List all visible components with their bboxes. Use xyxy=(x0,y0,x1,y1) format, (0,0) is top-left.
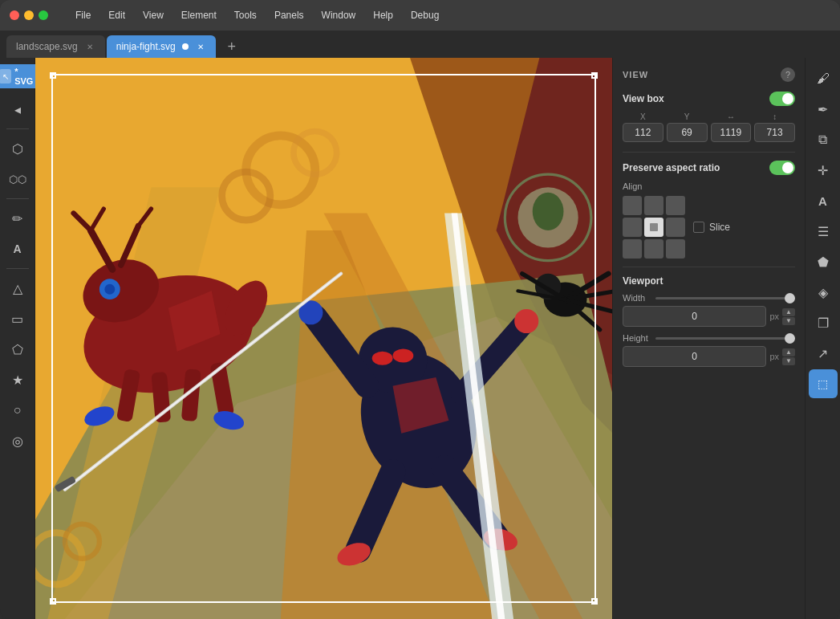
maximize-button[interactable] xyxy=(39,10,48,20)
tool-target[interactable]: ◎ xyxy=(3,426,32,455)
coord-x: X xyxy=(623,112,663,142)
tool-copy[interactable]: ❐ xyxy=(809,308,838,337)
tool-node[interactable]: ◂ xyxy=(3,95,32,124)
main-content: ↖ * SVG ◂ ⬡ ⬡⬡ ✏ A △ ▭ ⬠ ★ ○ ◎ xyxy=(0,58,840,619)
tool-export[interactable]: ↗ xyxy=(809,339,838,368)
tool-fontsize[interactable]: A xyxy=(809,186,838,215)
align-tc[interactable] xyxy=(644,196,663,215)
viewbox-y-input[interactable] xyxy=(667,123,708,142)
svg-badge: * SVG xyxy=(14,67,35,86)
traffic-lights xyxy=(10,10,48,20)
height-spin-down[interactable]: ▼ xyxy=(782,357,795,365)
slice-checkbox[interactable] xyxy=(693,222,704,233)
width-spin-up[interactable]: ▲ xyxy=(782,308,795,316)
divider xyxy=(623,152,795,153)
viewbox-grid: X Y ↔ ↕ xyxy=(623,112,795,142)
tool-select2[interactable]: ⬚ xyxy=(809,369,838,398)
viewbox-toggle[interactable] xyxy=(769,92,795,106)
menu-window[interactable]: Window xyxy=(314,7,364,23)
svg-point-50 xyxy=(533,193,564,230)
align-mr[interactable] xyxy=(666,218,685,237)
align-tr[interactable] xyxy=(666,196,685,215)
tool-move4[interactable]: ✛ xyxy=(809,156,838,185)
right-toolbar: 🖌 ✒ ⧉ ✛ A ☰ ⬟ ◈ ❐ ↗ ⬚ xyxy=(805,58,840,619)
viewbox-label: View box xyxy=(623,92,795,106)
tab-label: ninja-fight.svg xyxy=(116,41,176,52)
width-slider-thumb[interactable] xyxy=(785,293,795,303)
tool-circle[interactable]: ○ xyxy=(3,396,32,425)
panel-header: VIEW ? xyxy=(623,67,795,82)
divider2 xyxy=(623,267,795,267)
tool-text[interactable]: A xyxy=(3,234,32,263)
tab-bar: landscape.svg ✕ ninja-fight.svg ✕ + xyxy=(0,31,840,58)
tool-person[interactable]: ⬡ xyxy=(3,134,32,163)
height-spin-up[interactable]: ▲ xyxy=(782,348,795,356)
height-spinners: ▲ ▼ xyxy=(782,348,795,365)
height-slider-row: Height xyxy=(623,333,795,343)
align-ml[interactable] xyxy=(623,218,642,237)
menu-help[interactable]: Help xyxy=(365,7,401,23)
minimize-button[interactable] xyxy=(24,10,34,20)
separator xyxy=(6,198,29,199)
menu-edit[interactable]: Edit xyxy=(100,7,133,23)
app-window: File Edit View Element Tools Panels Wind… xyxy=(0,0,840,619)
preserve-aspect-toggle[interactable] xyxy=(769,161,795,175)
menu-debug[interactable]: Debug xyxy=(403,7,447,23)
svg-point-23 xyxy=(104,284,115,295)
height-slider[interactable] xyxy=(655,337,795,340)
tool-pentagon[interactable]: ⬠ xyxy=(3,335,32,364)
width-slider[interactable] xyxy=(655,297,795,299)
select-tool-group[interactable]: ↖ * SVG xyxy=(0,64,40,88)
tool-triangle[interactable]: △ xyxy=(3,274,32,303)
help-button[interactable]: ? xyxy=(781,67,795,82)
menu-element[interactable]: Element xyxy=(173,7,225,23)
menu-panels[interactable]: Panels xyxy=(266,7,312,23)
panel-title: VIEW xyxy=(623,70,648,79)
height-input[interactable] xyxy=(623,346,766,367)
separator xyxy=(6,128,29,129)
viewbox-h-input[interactable] xyxy=(754,123,795,142)
menu-tools[interactable]: Tools xyxy=(226,7,265,23)
align-bl[interactable] xyxy=(623,239,642,259)
viewbox-w-input[interactable] xyxy=(711,123,752,142)
tool-pen2[interactable]: ✒ xyxy=(809,95,838,124)
menu-file[interactable]: File xyxy=(67,7,99,23)
width-spinners: ▲ ▼ xyxy=(782,308,795,325)
svg-point-29 xyxy=(372,352,393,365)
viewport-section: Viewport Width px xyxy=(623,275,795,367)
menu-view[interactable]: View xyxy=(135,7,172,23)
tool-persons[interactable]: ⬡⬡ xyxy=(3,165,32,193)
canvas-area[interactable] xyxy=(35,58,612,619)
height-unit: px xyxy=(769,352,779,361)
tool-rect[interactable]: ▭ xyxy=(3,304,32,333)
width-spin-down[interactable]: ▼ xyxy=(782,317,795,325)
width-input[interactable] xyxy=(623,306,766,327)
align-tl[interactable] xyxy=(623,196,642,215)
preserve-aspect-label: Preserve aspect ratio xyxy=(623,161,795,175)
slice-row: Slice xyxy=(693,222,730,233)
tab-ninja[interactable]: ninja-fight.svg ✕ xyxy=(107,35,216,58)
tab-landscape[interactable]: landscape.svg ✕ xyxy=(6,35,105,58)
viewport-title: Viewport xyxy=(623,275,795,287)
tool-star[interactable]: ★ xyxy=(3,365,32,394)
tool-layers[interactable]: ⧉ xyxy=(809,125,838,154)
tool-node2[interactable]: ◈ xyxy=(809,278,838,307)
close-button[interactable] xyxy=(10,10,19,20)
align-br[interactable] xyxy=(666,239,685,259)
tab-close-landscape[interactable]: ✕ xyxy=(84,41,95,52)
right-panel: VIEW ? View box X xyxy=(612,58,805,619)
tab-close-ninja[interactable]: ✕ xyxy=(195,41,206,52)
align-bc[interactable] xyxy=(644,239,663,259)
menu-bar: File Edit View Element Tools Panels Wind… xyxy=(61,0,830,31)
align-mc[interactable] xyxy=(644,218,663,237)
tool-list[interactable]: ☰ xyxy=(809,217,838,246)
viewbox-x-input[interactable] xyxy=(623,123,663,142)
width-input-row: px ▲ ▼ xyxy=(623,306,795,327)
tool-mask[interactable]: ⬟ xyxy=(809,247,838,276)
tool-pencil[interactable]: ✏ xyxy=(3,204,32,233)
tool-paint[interactable]: 🖌 xyxy=(809,64,838,93)
height-input-row: px ▲ ▼ xyxy=(623,346,795,367)
height-slider-thumb[interactable] xyxy=(785,333,795,344)
tab-label: landscape.svg xyxy=(16,41,78,52)
tab-add-button[interactable]: + xyxy=(221,35,243,58)
